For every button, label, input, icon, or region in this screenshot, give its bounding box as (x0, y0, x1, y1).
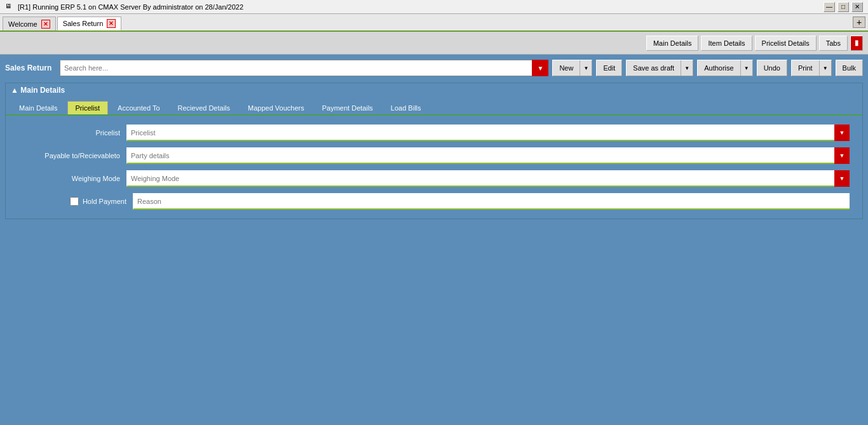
sub-tab-mapped-vouchers[interactable]: Mapped Vouchers (240, 101, 313, 114)
weighing-mode-row: Weighing Mode (18, 170, 850, 187)
weighing-mode-label: Weighing Mode (18, 175, 120, 182)
pricelist-details-tab-button[interactable]: Pricelist Details (755, 36, 817, 51)
weighing-mode-input[interactable] (126, 170, 850, 187)
main-details-header-text: ▲ Main Details (11, 86, 65, 95)
content-panel: Sales Return New ▼ Edit Save as draft ▼ … (0, 55, 868, 425)
pricelist-dropdown-button[interactable] (834, 125, 850, 141)
tab-welcome-label: Welcome (8, 20, 37, 28)
save-as-draft-button[interactable]: Save as draft ▼ (626, 60, 693, 76)
tab-add-button[interactable]: + (853, 17, 865, 28)
sub-tab-load-bills[interactable]: Load Bills (383, 101, 430, 114)
sales-return-toolbar: Sales Return New ▼ Edit Save as draft ▼ … (5, 60, 863, 76)
item-details-tab-button[interactable]: Item Details (701, 36, 752, 51)
edit-button[interactable]: Edit (596, 60, 622, 76)
payable-to-row: Payable to/Recievableto (18, 147, 850, 164)
close-button[interactable]: ✕ (851, 2, 863, 12)
payable-to-field-wrap (126, 147, 850, 164)
pricelist-field-wrap (126, 125, 850, 141)
tab-sales-return[interactable]: Sales Return ✕ (57, 17, 122, 30)
tab-sales-return-label: Sales Return (63, 20, 104, 27)
bulk-button[interactable]: Bulk (836, 60, 863, 76)
new-button[interactable]: New ▼ (552, 60, 592, 76)
hold-payment-checkbox[interactable] (70, 197, 79, 206)
weighing-mode-field-wrap (126, 170, 850, 187)
tabs-tab-button[interactable]: Tabs (819, 36, 848, 51)
title-text: [R1] Running ERP 5.1 on CMAX Server By a… (18, 3, 243, 11)
sub-tab-payment-details[interactable]: Payment Details (314, 101, 381, 114)
app-icon: 🖥 (5, 3, 14, 11)
form-area: Pricelist Payable to/Recievableto (6, 116, 862, 219)
authorise-button[interactable]: Authorise ▼ (697, 60, 752, 76)
maximize-button[interactable]: □ (837, 2, 849, 12)
hold-payment-label: Hold Payment (83, 198, 126, 205)
undo-button[interactable]: Undo (757, 60, 787, 76)
tab-bar: Welcome ✕ Sales Return ✕ + (0, 14, 868, 32)
tab-welcome-close[interactable]: ✕ (41, 20, 50, 29)
sub-tab-main-details[interactable]: Main Details (11, 101, 66, 114)
pricelist-row: Pricelist (18, 125, 850, 141)
hold-payment-left: Hold Payment (18, 197, 126, 206)
sub-tab-accounted-to[interactable]: Accounted To (109, 101, 168, 114)
main-area: Main Details Item Details Pricelist Deta… (0, 32, 868, 425)
sub-tabs: Main Details Pricelist Accounted To Reci… (6, 97, 862, 116)
details-panel: ▲ Main Details Main Details Pricelist Ac… (5, 83, 863, 219)
minimize-button[interactable]: — (824, 2, 835, 12)
payable-to-dropdown-button[interactable] (834, 147, 850, 164)
pricelist-label: Pricelist (18, 129, 120, 137)
payable-to-label: Payable to/Recievableto (18, 152, 120, 159)
weighing-mode-dropdown-button[interactable] (834, 170, 850, 187)
search-dropdown-button[interactable] (532, 60, 548, 76)
window-controls: — □ ✕ (824, 2, 863, 12)
hold-payment-row: Hold Payment (18, 193, 850, 210)
main-details-tab-button[interactable]: Main Details (646, 36, 699, 51)
print-button[interactable]: Print ▼ (791, 60, 832, 76)
search-container (60, 60, 548, 76)
pricelist-input[interactable] (126, 125, 850, 141)
top-toolbar: Main Details Item Details Pricelist Deta… (0, 32, 868, 55)
tab-welcome[interactable]: Welcome ✕ (3, 17, 56, 30)
sales-return-label: Sales Return (5, 64, 56, 72)
sub-tab-pricelist[interactable]: Pricelist (67, 101, 109, 114)
reason-input[interactable] (133, 193, 850, 210)
title-bar: 🖥 [R1] Running ERP 5.1 on CMAX Server By… (0, 0, 868, 14)
red-indicator-button[interactable]: ▮ (850, 36, 863, 51)
details-panel-header: ▲ Main Details (6, 83, 862, 97)
tab-sales-return-close[interactable]: ✕ (107, 19, 116, 28)
payable-to-input[interactable] (126, 147, 850, 164)
search-input[interactable] (60, 60, 548, 76)
sub-tab-recieved-details[interactable]: Recieved Details (170, 101, 239, 114)
